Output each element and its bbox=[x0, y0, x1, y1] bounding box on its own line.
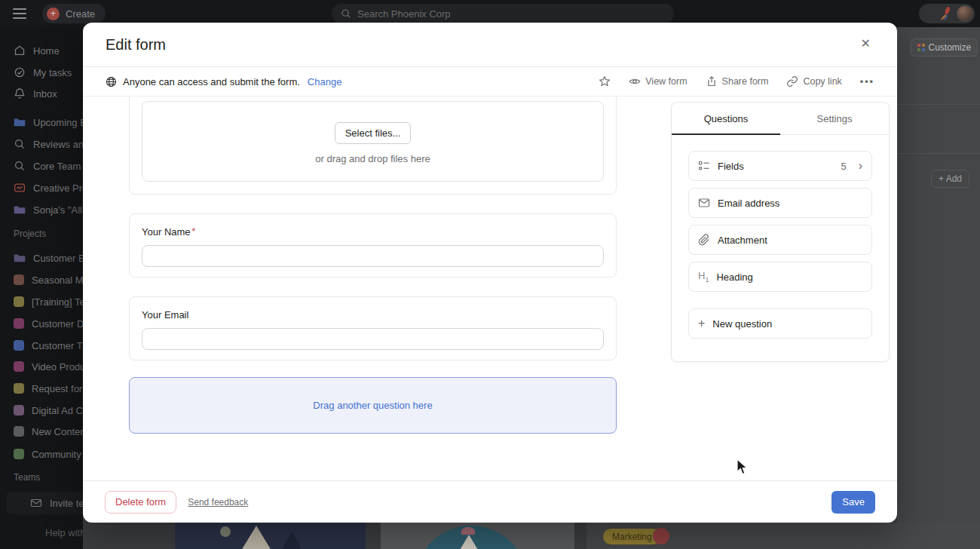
project-color-dot bbox=[14, 405, 24, 416]
projects-section-header: Projects bbox=[14, 228, 46, 239]
save-button[interactable]: Save bbox=[831, 491, 875, 514]
modal-footer: Delete form Send feedback Save bbox=[83, 480, 897, 523]
search-icon bbox=[14, 160, 26, 172]
page-background-right: Customize + Add bbox=[897, 27, 980, 523]
plus-icon: + bbox=[698, 317, 705, 330]
project-color-dot bbox=[14, 449, 24, 459]
drag-drop-hint: or drag and drop files here bbox=[315, 153, 430, 164]
sidebar-item-my-tasks[interactable]: My tasks bbox=[0, 65, 83, 80]
red-avatar-peek bbox=[653, 528, 669, 544]
project-color-dot bbox=[14, 340, 24, 351]
sidebar-project[interactable]: Customer T bbox=[0, 338, 83, 353]
sidebar-item-inbox[interactable]: Inbox bbox=[0, 86, 83, 101]
sidebar-item-core-team[interactable]: Core Team V bbox=[0, 158, 83, 173]
question-label: Your Name bbox=[142, 226, 191, 238]
question-card-email[interactable]: Your Email bbox=[129, 296, 617, 360]
sidebar-project[interactable]: Customer E bbox=[0, 250, 83, 265]
file-drop-area[interactable]: Select files... or drag and drop files h… bbox=[142, 101, 604, 182]
view-form-button[interactable]: View form bbox=[629, 75, 687, 87]
hamburger-menu-icon[interactable] bbox=[13, 8, 26, 19]
circle-illustration bbox=[415, 526, 528, 549]
panel-item-fields[interactable]: Fields 5 › bbox=[688, 151, 872, 181]
star-button[interactable] bbox=[599, 75, 611, 87]
sidebar-item-creative[interactable]: Creative Pro bbox=[0, 180, 83, 195]
close-icon[interactable]: ✕ bbox=[861, 38, 871, 50]
mountain-cap-shape bbox=[461, 527, 475, 535]
new-question-button[interactable]: + New question bbox=[688, 308, 872, 339]
send-feedback-link[interactable]: Send feedback bbox=[188, 497, 248, 508]
tab-settings[interactable]: Settings bbox=[780, 103, 889, 134]
change-access-link[interactable]: Change bbox=[308, 76, 342, 87]
copy-link-button[interactable]: Copy link bbox=[786, 75, 841, 87]
sidebar-project[interactable]: New Conten bbox=[0, 424, 83, 439]
avatar bbox=[957, 5, 973, 22]
page-background-bottom: Marketing bbox=[83, 523, 980, 549]
panel-item-heading[interactable]: H1 Heading bbox=[688, 262, 872, 292]
help-link[interactable]: Help with Asana bbox=[45, 527, 83, 538]
teams-section-header: Teams bbox=[14, 472, 40, 483]
share-form-button[interactable]: Share form bbox=[706, 75, 769, 87]
project-color-dot bbox=[14, 296, 24, 307]
sidebar-item-home[interactable]: Home bbox=[0, 43, 83, 58]
sidebar-project[interactable]: [Training] Te bbox=[0, 294, 83, 309]
sidebar: Home My tasks Inbox Upcoming E Reviews a… bbox=[0, 27, 83, 549]
panel-tabs: Questions Settings bbox=[672, 103, 889, 135]
access-bar: Anyone can access and submit the form. C… bbox=[83, 67, 897, 97]
sidebar-project[interactable]: Community bbox=[0, 446, 83, 462]
access-text: Anyone can access and submit the form. bbox=[123, 76, 300, 87]
modal-header: Edit form ✕ bbox=[83, 23, 897, 67]
board-card-illustration bbox=[381, 523, 574, 549]
sidebar-item-sonjas[interactable]: Sonja's "All bbox=[0, 202, 83, 217]
fields-icon bbox=[698, 160, 710, 172]
question-card-name[interactable]: Your Name* bbox=[129, 213, 617, 278]
form-scroll-area[interactable]: Select files... or drag and drop files h… bbox=[83, 97, 671, 480]
mountain-shape bbox=[277, 532, 307, 549]
search-icon bbox=[14, 138, 26, 150]
edit-form-modal: Edit form ✕ Anyone can access and submit… bbox=[83, 23, 897, 523]
add-button[interactable]: + Add bbox=[931, 170, 969, 188]
user-menu[interactable] bbox=[919, 4, 975, 23]
search-input[interactable]: Search Phoenix Corp bbox=[332, 4, 674, 23]
mountain-shape bbox=[235, 526, 277, 549]
envelope-icon bbox=[698, 197, 710, 209]
name-input[interactable] bbox=[142, 245, 604, 267]
question-card-attachment[interactable]: Select files... or drag and drop files h… bbox=[129, 97, 617, 195]
email-input[interactable] bbox=[142, 328, 604, 350]
fields-count: 5 bbox=[841, 161, 846, 172]
project-color-dot bbox=[14, 383, 24, 394]
sidebar-project[interactable]: Request for bbox=[0, 381, 83, 396]
modal-title: Edit form bbox=[106, 36, 166, 54]
moon-shape bbox=[220, 526, 231, 537]
sidebar-project[interactable]: Customer D bbox=[0, 316, 83, 331]
panel-item-email-address[interactable]: Email address bbox=[688, 188, 872, 218]
bell-icon bbox=[14, 87, 26, 100]
create-button[interactable]: + Create bbox=[42, 4, 106, 23]
phoenix-logo-icon bbox=[939, 5, 954, 22]
more-options-icon[interactable]: ••• bbox=[860, 76, 874, 87]
invite-teammates-button[interactable]: Invite te bbox=[6, 492, 83, 514]
check-circle-icon bbox=[14, 66, 26, 78]
delete-form-button[interactable]: Delete form bbox=[105, 491, 176, 514]
select-files-button[interactable]: Select files... bbox=[335, 122, 412, 144]
sidebar-item-upcoming[interactable]: Upcoming E bbox=[0, 115, 83, 130]
questions-panel: Questions Settings Fields 5 › Email addr… bbox=[671, 102, 890, 362]
panel-item-attachment[interactable]: Attachment bbox=[688, 225, 872, 255]
project-color-dot bbox=[14, 361, 24, 372]
sidebar-item-reviews[interactable]: Reviews and bbox=[0, 136, 83, 152]
tab-questions[interactable]: Questions bbox=[672, 103, 780, 134]
sidebar-project[interactable]: Digital Ad C bbox=[0, 403, 83, 418]
search-icon bbox=[341, 8, 351, 19]
project-color-dot bbox=[14, 274, 24, 285]
globe-icon bbox=[106, 76, 117, 87]
folder-icon bbox=[14, 252, 26, 264]
project-color-dot bbox=[14, 318, 24, 329]
search-placeholder: Search Phoenix Corp bbox=[357, 8, 451, 20]
sidebar-project[interactable]: Video Produ bbox=[0, 359, 83, 374]
drag-question-dropzone[interactable]: Drag another question here bbox=[129, 377, 617, 434]
folder-icon bbox=[14, 116, 26, 128]
customize-button[interactable]: Customize bbox=[911, 38, 978, 57]
chevron-right-icon: › bbox=[859, 160, 862, 172]
project-color-dot bbox=[14, 426, 24, 437]
plus-icon: + bbox=[47, 8, 60, 20]
sidebar-project[interactable]: Seasonal Ma bbox=[0, 272, 83, 287]
